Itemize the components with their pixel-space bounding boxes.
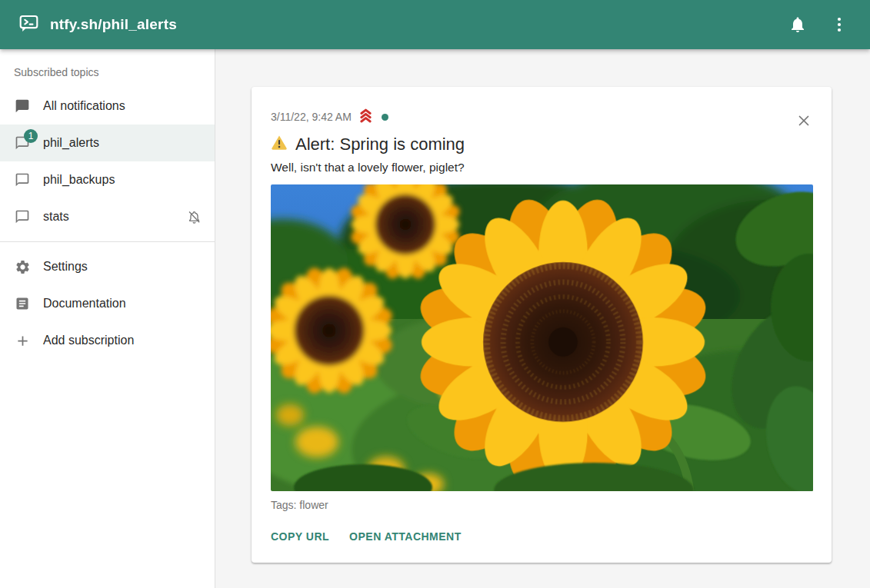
notifications-off-icon bbox=[185, 208, 202, 225]
sidebar-item-label: Add subscription bbox=[43, 334, 202, 347]
notification-tags: Tags: flower bbox=[271, 499, 813, 511]
attachment-image[interactable] bbox=[271, 184, 813, 491]
close-icon bbox=[796, 113, 812, 128]
article-icon bbox=[14, 295, 31, 312]
sidebar-item-phil-backups[interactable]: phil_backups bbox=[0, 161, 215, 198]
notification-meta: 3/11/22, 9:42 AM bbox=[271, 107, 813, 127]
sidebar-item-label: All notifications bbox=[43, 99, 202, 113]
sidebar-section-label: Subscribed topics bbox=[14, 66, 215, 78]
sidebar-divider bbox=[0, 241, 215, 242]
app-title: ntfy.sh/phil_alerts bbox=[50, 16, 177, 33]
unread-count-badge: 1 bbox=[24, 129, 38, 143]
close-notification-button[interactable] bbox=[790, 107, 818, 135]
sidebar-item-settings[interactable]: Settings bbox=[0, 248, 215, 285]
plus-icon bbox=[14, 332, 31, 349]
sidebar-item-label: Documentation bbox=[43, 297, 202, 311]
more-vert-icon bbox=[830, 15, 848, 34]
sidebar: Subscribed topics All notifications 1 ph… bbox=[0, 49, 215, 588]
unread-dot bbox=[382, 114, 388, 121]
copy-url-button[interactable]: COPY URL bbox=[271, 527, 329, 546]
sidebar-item-label: phil_backups bbox=[43, 173, 202, 187]
chat-bubble-icon bbox=[14, 208, 31, 225]
main-content: 3/11/22, 9:42 AM bbox=[216, 49, 870, 588]
sidebar-item-stats[interactable]: stats bbox=[0, 198, 215, 235]
sidebar-item-label: Settings bbox=[43, 260, 202, 274]
overflow-menu-button[interactable] bbox=[822, 8, 856, 42]
notification-timestamp: 3/11/22, 9:42 AM bbox=[271, 111, 352, 123]
notification-title: Alert: Spring is coming bbox=[271, 134, 813, 155]
triple-chevron-up-icon bbox=[358, 107, 374, 127]
sidebar-item-documentation[interactable]: Documentation bbox=[0, 285, 215, 322]
sidebar-item-label: stats bbox=[43, 210, 173, 224]
notification-actions: COPY URL OPEN ATTACHMENT bbox=[271, 527, 813, 546]
ntfy-logo-icon bbox=[18, 13, 39, 37]
notifications-bell-button[interactable] bbox=[781, 8, 815, 42]
gear-icon bbox=[14, 258, 31, 275]
chat-bubble-icon: 1 bbox=[14, 135, 31, 151]
notification-body: Well, isn't that a lovely flower, piglet… bbox=[271, 161, 813, 174]
warning-triangle-icon bbox=[271, 134, 288, 155]
open-attachment-button[interactable]: OPEN ATTACHMENT bbox=[349, 527, 462, 546]
sidebar-item-phil-alerts[interactable]: 1 phil_alerts bbox=[0, 125, 215, 161]
sidebar-item-label: phil_alerts bbox=[43, 136, 202, 150]
app-bar: ntfy.sh/phil_alerts bbox=[0, 0, 870, 49]
sidebar-item-all-notifications[interactable]: All notifications bbox=[0, 88, 215, 125]
sidebar-item-add-subscription[interactable]: Add subscription bbox=[0, 322, 215, 359]
notification-card: 3/11/22, 9:42 AM bbox=[252, 87, 832, 563]
notifications-bell-icon bbox=[788, 15, 807, 34]
chat-bubble-icon bbox=[14, 171, 31, 188]
chat-bubble-filled-icon bbox=[14, 98, 31, 115]
